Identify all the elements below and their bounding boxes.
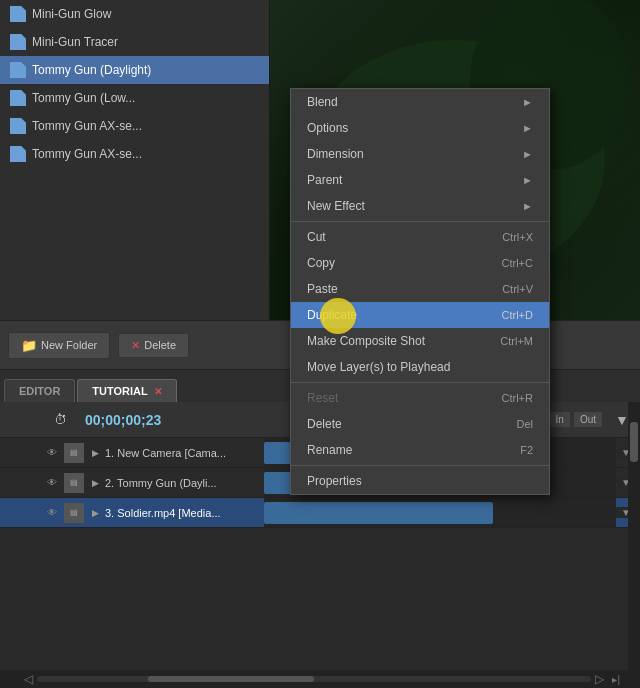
file-item[interactable]: Mini-Gun Glow	[0, 0, 269, 28]
menu-item-dimension[interactable]: Dimension ►	[291, 141, 549, 167]
menu-item-label: Duplicate	[307, 308, 357, 322]
menu-separator	[291, 465, 549, 466]
menu-item-label: Copy	[307, 256, 335, 270]
layer-thumbnail: ▤	[64, 503, 84, 523]
timeline-row[interactable]: 👁 ▤ ▶ 3. Soldier.mp4 [Media... ▼	[0, 498, 640, 528]
new-folder-button[interactable]: 📁 New Folder	[8, 332, 110, 359]
timecode: 00;00;00;23	[85, 412, 161, 428]
menu-separator	[291, 221, 549, 222]
context-menu: Blend ► Options ► Dimension ► Parent ► N…	[290, 88, 550, 495]
expand-button[interactable]: ▶	[92, 478, 99, 488]
file-icon	[10, 90, 26, 106]
file-icon	[10, 62, 26, 78]
menu-item-shortcut: F2	[520, 444, 533, 456]
menu-item-label: Blend	[307, 95, 338, 109]
menu-item-label: Reset	[307, 391, 338, 405]
file-icon	[10, 118, 26, 134]
track-bar	[264, 502, 493, 524]
menu-separator	[291, 382, 549, 383]
layer-name: 2. Tommy Gun (Dayli...	[105, 477, 217, 489]
file-icon	[10, 34, 26, 50]
layer-thumbnail: ▤	[64, 443, 84, 463]
file-item[interactable]: Tommy Gun (Daylight)	[0, 56, 269, 84]
menu-item-shortcut: Ctrl+X	[502, 231, 533, 243]
bottom-scrollbar: ◁ ▷ ▸|	[0, 670, 640, 688]
delete-icon: ✕	[131, 339, 140, 352]
menu-item-label: Options	[307, 121, 348, 135]
file-icon	[10, 6, 26, 22]
menu-item-properties[interactable]: Properties	[291, 468, 549, 494]
menu-item-shortcut: ►	[522, 122, 533, 134]
scroll-right-arrow[interactable]: ▷	[591, 672, 608, 686]
menu-item-copy[interactable]: Copy Ctrl+C	[291, 250, 549, 276]
menu-item-move-to-playhead[interactable]: Move Layer(s) to Playhead	[291, 354, 549, 380]
scroll-left-arrow[interactable]: ◁	[20, 672, 37, 686]
side-scrollbar[interactable]	[628, 402, 640, 672]
menu-item-shortcut: ►	[522, 174, 533, 186]
menu-item-shortcut: ►	[522, 96, 533, 108]
file-list-panel: Mini-Gun GlowMini-Gun TracerTommy Gun (D…	[0, 0, 270, 320]
menu-item-shortcut: ►	[522, 200, 533, 212]
menu-item-label: New Effect	[307, 199, 365, 213]
file-name: Tommy Gun AX-se...	[32, 147, 142, 161]
menu-item-shortcut: Ctrl+V	[502, 283, 533, 295]
menu-item-shortcut: Ctrl+R	[502, 392, 533, 404]
row-controls: 👁 ▤ ▶ 1. New Camera [Cama...	[4, 443, 264, 463]
layer-name: 1. New Camera [Cama...	[105, 447, 226, 459]
tab-editor[interactable]: EDITOR	[4, 379, 75, 402]
file-name: Tommy Gun (Daylight)	[32, 63, 151, 77]
menu-item-label: Properties	[307, 474, 362, 488]
menu-item-cut[interactable]: Cut Ctrl+X	[291, 224, 549, 250]
file-icon	[10, 146, 26, 162]
delete-label: Delete	[144, 339, 176, 351]
expand-button[interactable]: ▶	[92, 448, 99, 458]
timeline-options[interactable]: ▼	[615, 412, 629, 428]
out-label: Out	[574, 412, 602, 427]
menu-item-shortcut: Ctrl+C	[502, 257, 533, 269]
folder-icon: 📁	[21, 338, 37, 353]
menu-item-duplicate[interactable]: Duplicate Ctrl+D	[291, 302, 549, 328]
menu-item-label: Rename	[307, 443, 352, 457]
menu-item-shortcut: ►	[522, 148, 533, 160]
menu-item-label: Delete	[307, 417, 342, 431]
menu-item-label: Paste	[307, 282, 338, 296]
scroll-thumb	[148, 676, 314, 682]
menu-item-label: Parent	[307, 173, 342, 187]
scroll-track[interactable]	[37, 676, 591, 682]
in-out-controls: In Out	[550, 412, 602, 427]
scroll-end[interactable]: ▸|	[612, 674, 620, 685]
file-item[interactable]: Mini-Gun Tracer	[0, 28, 269, 56]
layer-thumbnail: ▤	[64, 473, 84, 493]
row-controls: 👁 ▤ ▶ 3. Soldier.mp4 [Media...	[4, 503, 264, 523]
menu-item-paste[interactable]: Paste Ctrl+V	[291, 276, 549, 302]
menu-item-make-composite[interactable]: Make Composite Shot Ctrl+M	[291, 328, 549, 354]
menu-item-reset: Reset Ctrl+R	[291, 385, 549, 411]
menu-item-label: Dimension	[307, 147, 364, 161]
delete-button[interactable]: ✕ Delete	[118, 333, 189, 358]
visibility-toggle[interactable]: 👁	[44, 475, 60, 491]
file-item[interactable]: Tommy Gun (Low...	[0, 84, 269, 112]
file-item[interactable]: Tommy Gun AX-se...	[0, 140, 269, 168]
menu-item-shortcut: Ctrl+M	[500, 335, 533, 347]
file-item[interactable]: Tommy Gun AX-se...	[0, 112, 269, 140]
new-folder-label: New Folder	[41, 339, 97, 351]
timeline-track[interactable]	[264, 498, 616, 527]
menu-item-blend[interactable]: Blend ►	[291, 89, 549, 115]
file-name: Tommy Gun AX-se...	[32, 119, 142, 133]
tab-tutorial[interactable]: TUTORIAL✕	[77, 379, 176, 402]
menu-item-parent[interactable]: Parent ►	[291, 167, 549, 193]
menu-item-shortcut: Del	[516, 418, 533, 430]
expand-button[interactable]: ▶	[92, 508, 99, 518]
menu-item-rename[interactable]: Rename F2	[291, 437, 549, 463]
file-name: Mini-Gun Glow	[32, 7, 111, 21]
menu-item-new-effect[interactable]: New Effect ►	[291, 193, 549, 219]
visibility-toggle[interactable]: 👁	[44, 505, 60, 521]
menu-item-options[interactable]: Options ►	[291, 115, 549, 141]
menu-item-label: Move Layer(s) to Playhead	[307, 360, 450, 374]
visibility-toggle[interactable]: 👁	[44, 445, 60, 461]
file-name: Mini-Gun Tracer	[32, 35, 118, 49]
tab-close-icon[interactable]: ✕	[154, 386, 162, 397]
menu-item-label: Cut	[307, 230, 326, 244]
menu-item-delete[interactable]: Delete Del	[291, 411, 549, 437]
in-label: In	[550, 412, 570, 427]
